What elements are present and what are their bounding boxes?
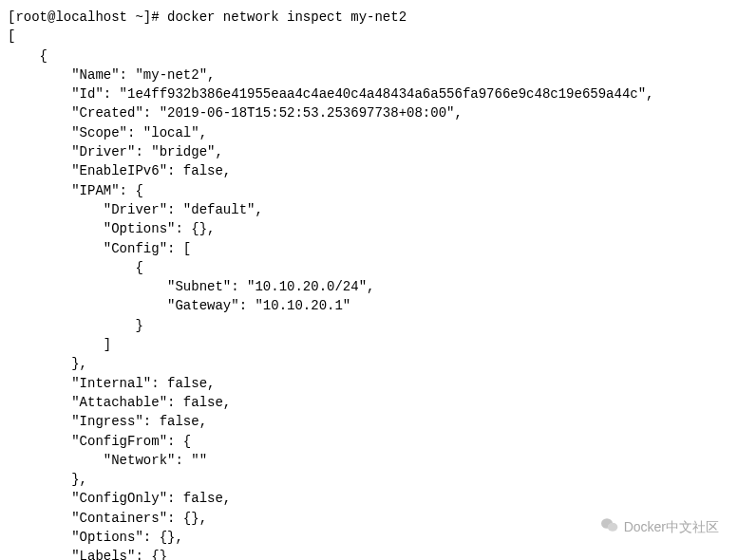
json-line: "Network": "": [8, 453, 207, 468]
shell-prompt: [root@localhost ~]#: [8, 9, 167, 25]
json-line: [: [8, 28, 15, 44]
json-line: "Gateway": "10.10.20.1": [8, 298, 350, 313]
command-text: docker network inspect my-net2: [167, 9, 407, 25]
json-line: "EnableIPv6": false,: [8, 163, 231, 178]
json-line: {: [8, 48, 47, 64]
json-line: "Ingress": false,: [8, 414, 207, 429]
json-line: "Internal": false,: [8, 376, 215, 391]
wechat-icon: [601, 517, 618, 537]
watermark: Docker中文社区: [601, 517, 719, 537]
json-line: },: [8, 356, 87, 371]
watermark-text: Docker中文社区: [624, 517, 719, 536]
json-line: "Attachable": false,: [8, 395, 231, 410]
json-line: "Labels": {}: [8, 549, 167, 560]
json-line: "Created": "2019-06-18T15:52:53.25369773…: [8, 105, 463, 121]
json-line: },: [8, 472, 87, 487]
json-line: "Driver": "default",: [8, 202, 263, 217]
json-line: "ConfigOnly": false,: [8, 491, 231, 506]
json-line: "Options": {},: [8, 221, 215, 236]
json-line: "ConfigFrom": {: [8, 434, 191, 449]
json-line: "Subnet": "10.10.20.0/24",: [8, 279, 374, 294]
json-line: "Containers": {},: [8, 511, 207, 526]
json-line: }: [8, 318, 143, 333]
json-line: {: [8, 260, 143, 275]
json-line: "Name": "my-net2",: [8, 67, 215, 83]
json-line: "Id": "1e4ff932b386e41955eaa4c4ae40c4a48…: [8, 86, 654, 102]
json-line: "Driver": "bridge",: [8, 144, 223, 159]
json-line: ]: [8, 337, 111, 352]
terminal-output: [root@localhost ~]# docker network inspe…: [8, 8, 730, 560]
json-line: "IPAM": {: [8, 183, 143, 198]
json-line: "Options": {},: [8, 530, 183, 545]
json-line: "Scope": "local",: [8, 125, 207, 140]
svg-point-1: [607, 522, 617, 531]
json-line: "Config": [: [8, 241, 191, 256]
